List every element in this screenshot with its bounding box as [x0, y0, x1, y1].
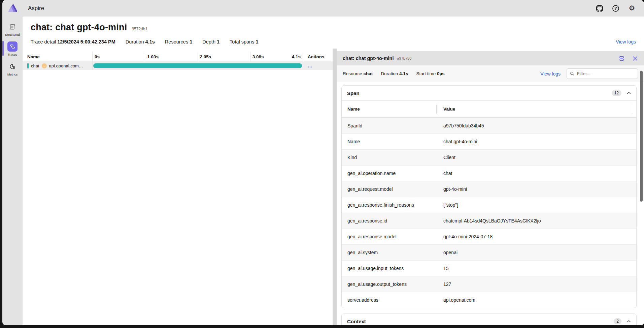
view-logs-link[interactable]: View logs [616, 39, 636, 44]
detail-start-time: Start time 0µs [416, 71, 444, 76]
trace-duration: Duration 4.1s [126, 39, 155, 44]
attr-value-header: Value [437, 105, 632, 114]
aspire-logo [2, 4, 23, 13]
detail-panel-content: Span 12 Name Value [337, 82, 644, 325]
span-id-short: a97b750 [397, 56, 411, 60]
svg-text:?: ? [614, 6, 617, 11]
context-section-title: Context [347, 319, 366, 324]
attr-row: KindClient [342, 149, 636, 165]
span-name: chat [31, 63, 39, 68]
chevron-up-icon[interactable] [627, 92, 631, 94]
chevron-up-icon[interactable] [627, 320, 631, 323]
timeline-end-tick: 4.1s [292, 54, 301, 59]
sidebar-item-label: Structured [5, 33, 20, 36]
attr-row: gen_ai.systemopenai [342, 244, 636, 260]
sidebar-item-metrics[interactable]: Metrics [2, 59, 23, 79]
trace-detail-timestamp: Trace detail 12/5/2024 5:00:42.234 PM [31, 39, 115, 44]
attr-row: gen_ai.operation.namechat [342, 165, 636, 181]
span-color-bar [27, 63, 29, 68]
span-section-title: Span [347, 90, 360, 96]
app-window: Aspire ? ⚙ [2, 0, 644, 325]
destination-arrow-icon: → [42, 63, 47, 68]
filter-input[interactable] [577, 71, 635, 76]
trace-timeline-pane: Name 0s 1.03s 2.05s 3.08s 4.1s Actions [23, 49, 333, 325]
span-destination: api.openai.com… [49, 63, 83, 68]
panel-scrollbar-thumb[interactable] [640, 71, 643, 202]
sidebar-item-label: Metrics [7, 72, 18, 76]
attr-row: gen_ai.response.modelgpt-4o-mini-2024-07… [342, 229, 636, 244]
context-section: Context 2 [341, 314, 637, 325]
page-header: chat: chat gpt-4o-mini 9572db1 [23, 17, 644, 34]
settings-gear-icon[interactable]: ⚙ [628, 4, 636, 12]
row-actions-menu[interactable]: … [308, 63, 313, 68]
structured-logs-icon [7, 22, 18, 32]
attr-row: SpanIda97b750fdab34b45 [342, 118, 636, 133]
span-section: Span 12 Name Value [341, 85, 637, 308]
sidebar-item-traces[interactable]: Traces [2, 39, 23, 59]
app-title: Aspire [28, 5, 44, 12]
timeline-name-header: Name [23, 52, 93, 61]
span-bar-track [93, 61, 303, 70]
attr-row: Namechat gpt-4o-mini [342, 133, 636, 149]
filter-box [567, 68, 638, 79]
detail-panel-subheader: Resource chat Duration 4.1s Start time 0… [337, 65, 644, 82]
trace-resources: Resources 1 [165, 39, 192, 44]
span-duration-bar[interactable] [93, 63, 302, 68]
aspire-logo-icon [7, 4, 18, 13]
sidebar-item-structured[interactable]: Structured [2, 19, 23, 39]
timeline-actions-header: Actions [303, 52, 333, 61]
trace-id-short: 9572db1 [132, 27, 147, 31]
span-detail-panel: chat: chat gpt-4o-mini a97b750 [337, 49, 644, 325]
trace-depth: Depth 1 [202, 39, 219, 44]
traces-icon [7, 41, 18, 52]
attr-row: gen_ai.usage.input_tokens15 [342, 260, 636, 276]
help-icon[interactable]: ? [612, 4, 620, 12]
detail-duration: Duration 4.1s [381, 71, 408, 76]
attr-row: server.addressapi.openai.com [342, 292, 636, 308]
timeline-tick: 0s [93, 52, 145, 61]
pane-splitter[interactable] [333, 49, 337, 325]
sidebar-item-label: Traces [8, 53, 18, 56]
span-count-badge: 12 [612, 90, 621, 96]
attr-row: gen_ai.response.finish_reasons["stop"] [342, 197, 636, 213]
page-title: chat: chat gpt-4o-mini [31, 22, 127, 33]
detail-resource: Resource chat [343, 71, 373, 76]
timeline-header-row: Name 0s 1.03s 2.05s 3.08s 4.1s Actions [23, 52, 333, 61]
detail-panel-header: chat: chat gpt-4o-mini a97b750 [337, 51, 644, 65]
span-row-chat[interactable]: chat → api.openai.com… … [23, 61, 333, 70]
attr-name-header: Name [342, 105, 437, 114]
attributes-table: SpanIda97b750fdab34b45 Namechat gpt-4o-m… [342, 118, 636, 308]
span-section-header[interactable]: Span 12 [342, 86, 636, 101]
attributes-table-header: Name Value [342, 101, 636, 118]
left-nav-sidebar: Structured Traces [2, 17, 23, 325]
timeline-tick: 2.05s [198, 52, 250, 61]
panel-view-logs-link[interactable]: View logs [540, 71, 561, 77]
detail-panel-title: chat: chat gpt-4o-mini [343, 56, 394, 61]
metrics-icon [7, 61, 18, 71]
trace-detail-toolbar: Trace detail 12/5/2024 5:00:42.234 PM Du… [23, 34, 644, 49]
attr-row: gen_ai.usage.output_tokens127 [342, 276, 636, 292]
split-panel-icon[interactable] [618, 55, 624, 61]
context-count-badge: 2 [614, 318, 621, 324]
search-icon [570, 71, 574, 76]
context-section-header[interactable]: Context 2 [342, 314, 636, 325]
timeline-tick: 3.08s 4.1s [250, 52, 303, 61]
top-bar: Aspire ? ⚙ [2, 0, 644, 17]
attr-row: gen_ai.response.idchatcmpl-Ab14sd4QsLBaO… [342, 213, 636, 229]
attr-row: gen_ai.request.modelgpt-4o-mini [342, 181, 636, 197]
timeline-tick: 1.03s [145, 52, 198, 61]
github-icon[interactable] [596, 4, 604, 12]
trace-total-spans: Total spans 1 [230, 39, 258, 44]
close-icon[interactable] [632, 55, 638, 61]
